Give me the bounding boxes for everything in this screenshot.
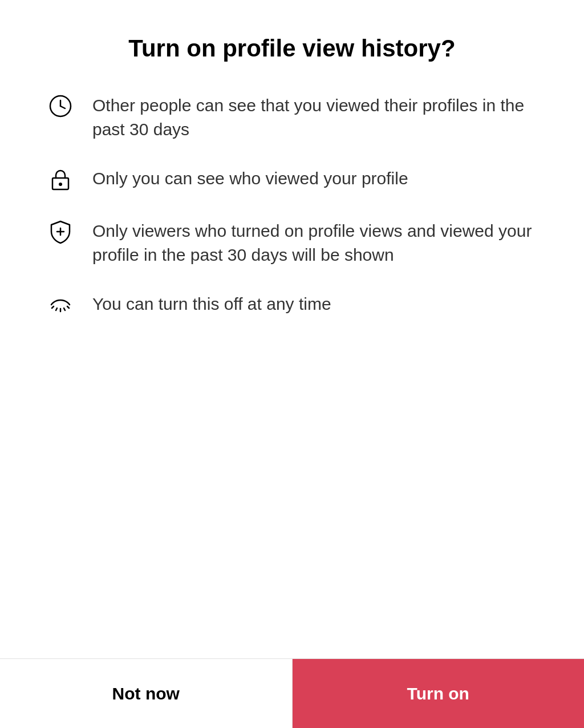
feature-item-clock: Other people can see that you viewed the… [46,91,538,141]
turn-on-button[interactable]: Turn on [293,659,585,728]
feature-text-lock: Only you can see who viewed your profile [92,164,408,191]
feature-text-clock: Other people can see that you viewed the… [92,91,538,141]
page-title: Turn on profile view history? [46,34,538,63]
page-container: Turn on profile view history? Other peop… [0,0,584,658]
feature-text-shield: Only viewers who turned on profile views… [92,217,538,267]
feature-item-lock: Only you can see who viewed your profile [46,164,538,194]
eye-off-icon [46,290,75,319]
feature-item-shield: Only viewers who turned on profile views… [46,217,538,267]
lock-icon [46,164,75,194]
not-now-button[interactable]: Not now [0,659,293,728]
bottom-buttons: Not now Turn on [0,658,584,728]
svg-line-2 [60,106,65,108]
clock-icon [46,91,75,121]
svg-point-4 [59,183,62,186]
feature-text-eye-off: You can turn this off at any time [92,290,331,316]
features-list: Other people can see that you viewed the… [46,91,538,658]
shield-plus-icon [46,217,75,246]
feature-item-eye-off: You can turn this off at any time [46,290,538,319]
